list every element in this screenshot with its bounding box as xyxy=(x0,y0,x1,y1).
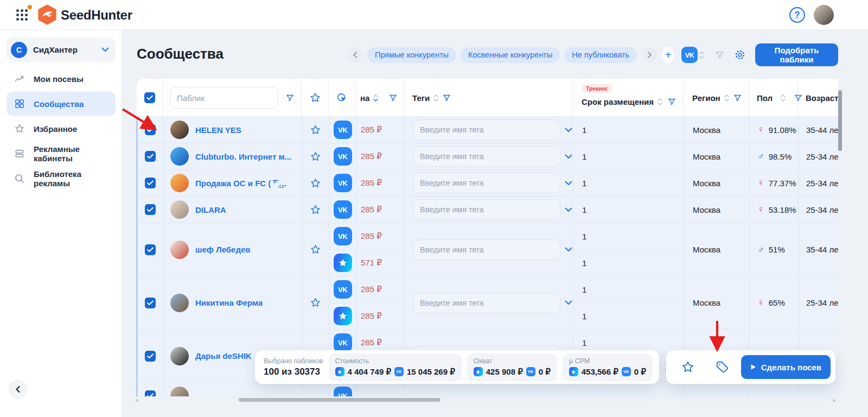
price-value: 285 ₽ xyxy=(361,151,382,161)
settings-gear-icon[interactable] xyxy=(734,49,746,61)
vk-icon: VK xyxy=(394,367,404,376)
row-checkbox[interactable] xyxy=(145,178,156,188)
chips-scroll-left-icon[interactable] xyxy=(347,47,362,62)
tags-filter-icon[interactable] xyxy=(442,93,451,103)
filter-chip[interactable]: Косвенные конкуренты xyxy=(461,47,560,63)
row-favorite-star-icon[interactable] xyxy=(310,151,321,162)
row-favorite-star-icon[interactable] xyxy=(310,297,321,308)
row-checkbox[interactable] xyxy=(145,151,156,162)
row-checkbox[interactable] xyxy=(145,244,156,255)
term-value: 1 xyxy=(582,232,586,241)
community-name-link[interactable]: Clubturbo. Интернет м... xyxy=(195,152,291,161)
star-platform-icon xyxy=(334,307,352,325)
region-value: Москва xyxy=(693,125,720,135)
star-platform-icon xyxy=(474,367,483,376)
community-name-link[interactable]: Дарья deSHIK xyxy=(195,351,252,361)
add-chip-button[interactable]: + xyxy=(662,47,674,63)
tag-chevron-down-icon[interactable] xyxy=(565,300,572,305)
user-avatar[interactable] xyxy=(814,5,834,25)
tag-chevron-down-icon[interactable] xyxy=(565,154,572,159)
row-checkbox[interactable] xyxy=(145,351,156,362)
term-filter-icon[interactable] xyxy=(667,97,676,106)
price-filter-icon[interactable] xyxy=(388,93,398,103)
metric-vk-value: 0 ₽ xyxy=(539,367,551,377)
tag-name-input[interactable]: Введите имя тега xyxy=(413,173,560,193)
row-checkbox[interactable] xyxy=(145,124,156,135)
age-value: 25-34 лет xyxy=(806,179,838,188)
sidebar-item-grid[interactable]: Сообщества xyxy=(7,92,116,116)
community-name-link[interactable]: Никитина Ферма xyxy=(195,298,263,307)
tag-name-input[interactable]: Введите имя тега xyxy=(413,239,560,260)
filter-chip[interactable]: Не публиковать xyxy=(564,47,637,63)
account-switcher[interactable]: С СидХантер xyxy=(7,37,116,62)
vk-icon: VK xyxy=(334,121,352,139)
horizontal-scrollbar[interactable]: ◄ ► xyxy=(133,397,838,403)
age-value: 25-34 лет xyxy=(806,298,838,307)
community-name-link[interactable]: Продажа ОС и FC ( ͡° ͜… xyxy=(195,179,287,188)
community-avatar xyxy=(170,387,189,396)
select-all-checkbox[interactable] xyxy=(144,92,155,103)
click-target-icon[interactable] xyxy=(336,92,348,104)
row-checkbox[interactable] xyxy=(145,204,156,215)
tag-chevron-down-icon[interactable] xyxy=(565,128,572,132)
row-checkbox[interactable] xyxy=(145,390,156,396)
chips-scroll-right-icon[interactable] xyxy=(642,47,657,62)
horizontal-scroll-thumb[interactable] xyxy=(239,398,441,402)
apps-grid-icon[interactable] xyxy=(16,9,28,21)
tags-column-header: Теги xyxy=(412,93,430,103)
row-favorite-star-icon[interactable] xyxy=(310,124,321,136)
tag-chevron-down-icon[interactable] xyxy=(565,207,572,212)
metric-label: Стоимость xyxy=(335,357,455,365)
gender-percent: 65% xyxy=(769,298,785,307)
row-favorite-star-icon[interactable] xyxy=(310,178,321,189)
platform-sort-control[interactable]: VK xyxy=(681,47,704,63)
male-icon: ♂ xyxy=(757,151,764,162)
community-name-link[interactable]: шеф Лебедев xyxy=(195,245,251,254)
vertical-scroll-thumb[interactable] xyxy=(838,90,842,151)
region-filter-icon[interactable] xyxy=(733,93,742,103)
row-favorite-star-icon[interactable] xyxy=(310,244,321,255)
term-sort-icon[interactable] xyxy=(658,98,662,106)
filter-chips: Прямые конкурентыКосвенные конкурентыНе … xyxy=(367,47,637,63)
gender-sort-icon[interactable] xyxy=(781,94,786,102)
public-filter-icon[interactable] xyxy=(285,93,295,103)
tags-sort-icon[interactable] xyxy=(433,94,438,102)
region-sort-icon[interactable] xyxy=(724,94,729,102)
sidebar-item-chart[interactable]: Мои посевы xyxy=(7,67,116,91)
sidebar-item-star[interactable]: Избранное xyxy=(7,117,116,141)
region-column-header: Регион xyxy=(692,93,720,103)
search-icon xyxy=(14,173,25,184)
price-sort-icon[interactable] xyxy=(373,94,378,102)
scroll-right-arrow-icon[interactable]: ► xyxy=(832,397,837,403)
sidebar-collapse-button[interactable] xyxy=(9,380,27,399)
community-name-link[interactable]: HELEN YES xyxy=(195,125,241,135)
select-publics-button[interactable]: Подобрать паблики xyxy=(755,43,838,66)
make-seed-button[interactable]: Сделать посев xyxy=(741,355,831,379)
filter-icon[interactable] xyxy=(714,50,725,60)
tag-name-input[interactable]: Введите имя тега xyxy=(413,146,560,167)
metric-vk-value: 15 045 269 ₽ xyxy=(407,367,455,377)
community-avatar xyxy=(170,147,189,166)
tag-name-input[interactable]: Введите имя тега xyxy=(413,293,560,313)
row-checkbox[interactable] xyxy=(145,298,156,308)
favorite-column-icon[interactable] xyxy=(309,92,321,104)
help-icon[interactable]: ? xyxy=(789,7,805,23)
scroll-left-arrow-icon[interactable]: ◄ xyxy=(134,397,139,403)
filter-chip[interactable]: Прямые конкуренты xyxy=(367,47,456,63)
star-platform-icon xyxy=(334,254,352,272)
age-value: 35-44 лет xyxy=(806,125,838,135)
tag-name-input[interactable]: Введите имя тега xyxy=(413,199,560,220)
sidebar-item-cards[interactable]: Рекламные кабинеты xyxy=(7,142,116,166)
sidebar-item-search[interactable]: Библиотека рекламы xyxy=(7,167,116,191)
row-favorite-star-icon[interactable] xyxy=(310,204,321,216)
public-search-input[interactable] xyxy=(177,93,285,103)
tag-chevron-down-icon[interactable] xyxy=(565,247,572,252)
favorite-selected-icon[interactable] xyxy=(681,360,695,374)
tag-icon[interactable] xyxy=(715,360,729,374)
community-name-link[interactable]: DILARA xyxy=(195,205,226,214)
price-value: 285 ₽ xyxy=(361,205,382,214)
vk-icon: VK xyxy=(334,227,352,245)
tag-name-input[interactable]: Введите имя тега xyxy=(413,119,560,140)
tag-chevron-down-icon[interactable] xyxy=(565,181,572,186)
female-icon: ♀ xyxy=(757,204,764,215)
